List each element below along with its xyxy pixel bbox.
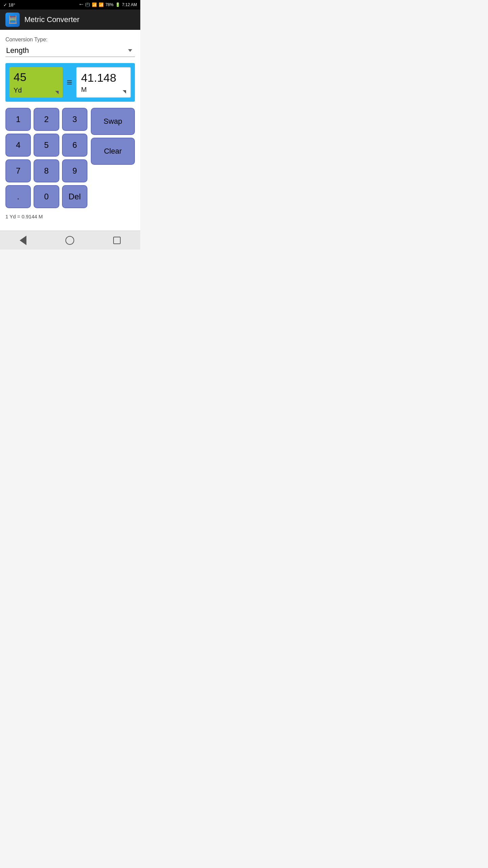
conversion-type-label: Conversion Type: (5, 37, 135, 43)
app-icon: 🧮 (5, 13, 20, 27)
key-9[interactable]: 9 (62, 159, 87, 182)
output-box[interactable]: 41.148 M (76, 67, 131, 98)
status-right: ⭠ 📳 📶 📶 78% 🔋 7:12 AM (79, 2, 137, 7)
key-3[interactable]: 3 (62, 108, 87, 131)
battery-icon: 🔋 (115, 2, 120, 7)
conversion-type-section: Conversion Type: Length Weight Volume Te… (5, 37, 135, 57)
bluetooth-icon: ⭠ (79, 2, 83, 7)
keypad-actions: Swap Clear (91, 108, 135, 208)
key-7[interactable]: 7 (5, 159, 31, 182)
input-box[interactable]: 45 Yd (9, 67, 63, 98)
output-unit[interactable]: M (81, 86, 126, 94)
back-button[interactable] (13, 233, 33, 248)
signal-icon: 📶 (99, 2, 104, 7)
wifi-icon: 📶 (92, 2, 97, 7)
output-unit-dropdown-arrow (123, 90, 126, 94)
status-left: ✓ 18° (3, 2, 15, 7)
home-button[interactable] (59, 233, 81, 248)
keypad-numbers: 1 2 3 4 5 6 7 8 9 . 0 Del (5, 108, 87, 208)
key-6[interactable]: 6 (62, 134, 87, 157)
conversion-type-dropdown[interactable]: Length Weight Volume Temperature Speed (5, 44, 135, 57)
key-2[interactable]: 2 (34, 108, 59, 131)
key-1[interactable]: 1 (5, 108, 31, 131)
battery-percent: 78% (105, 2, 114, 7)
status-temperature: 18° (8, 2, 15, 7)
swap-button[interactable]: Swap (91, 108, 135, 135)
output-value: 41.148 (81, 71, 126, 84)
equals-sign: ≡ (67, 78, 72, 87)
calculator-icon: 🧮 (8, 15, 17, 24)
app-bar: 🧮 Metric Converter (0, 9, 140, 30)
converter-panel: 45 Yd ≡ 41.148 M (5, 63, 135, 102)
output-unit-label: M (81, 86, 87, 94)
keypad: 1 2 3 4 5 6 7 8 9 . 0 Del Swap Clear (5, 108, 135, 208)
vibrate-icon: 📳 (85, 2, 90, 7)
input-value: 45 (14, 71, 59, 84)
status-indicator: ✓ (3, 2, 7, 7)
key-5[interactable]: 5 (34, 134, 59, 157)
content: Conversion Type: Length Weight Volume Te… (0, 30, 140, 231)
key-4[interactable]: 4 (5, 134, 31, 157)
recent-button[interactable] (106, 234, 127, 247)
input-unit-label: Yd (14, 86, 22, 94)
key-0[interactable]: 0 (34, 185, 59, 208)
back-icon (20, 236, 26, 245)
home-icon (65, 236, 74, 245)
input-unit[interactable]: Yd (14, 86, 59, 94)
recent-icon (113, 237, 121, 244)
equals-icon: ≡ (67, 77, 72, 87)
status-bar: ✓ 18° ⭠ 📳 📶 📶 78% 🔋 7:12 AM (0, 0, 140, 9)
input-unit-dropdown-arrow (55, 91, 59, 94)
key-dot[interactable]: . (5, 185, 31, 208)
bottom-nav (0, 231, 140, 250)
app-title: Metric Converter (24, 15, 80, 24)
clock: 7:12 AM (122, 2, 137, 7)
clear-button[interactable]: Clear (91, 138, 135, 165)
key-del[interactable]: Del (62, 185, 87, 208)
key-8[interactable]: 8 (34, 159, 59, 182)
conversion-info: 1 Yd = 0.9144 M (5, 214, 135, 219)
